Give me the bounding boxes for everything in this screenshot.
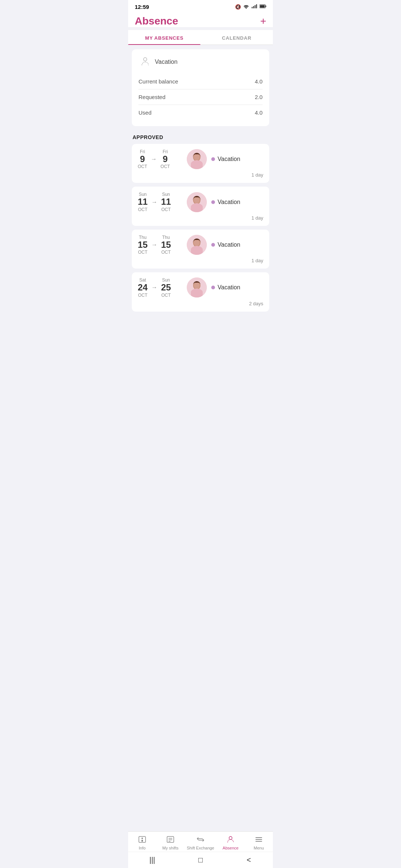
section-approved: APPROVED: [132, 133, 269, 144]
used-value: 4.0: [255, 109, 263, 116]
balance-card-header: Vacation: [138, 55, 263, 69]
absence-dot-2: [211, 243, 215, 247]
arrow-1: →: [151, 199, 157, 206]
mute-icon: 🔇: [235, 4, 241, 10]
svg-rect-6: [260, 5, 265, 8]
absence-type-label-0: Vacation: [218, 156, 240, 162]
balance-card-label: Vacation: [155, 59, 177, 65]
absence-type-label-2: Vacation: [218, 241, 240, 248]
current-balance-value: 4.0: [255, 78, 263, 85]
arrow-0: →: [151, 156, 157, 162]
page-title: Absence: [135, 15, 178, 27]
avatar-0: [187, 149, 207, 169]
current-balance-label: Current balance: [138, 78, 178, 85]
svg-rect-0: [252, 7, 252, 9]
vacation-icon: [138, 55, 152, 69]
arrow-3: →: [151, 284, 157, 291]
svg-rect-27: [191, 291, 203, 297]
status-time: 12:59: [135, 4, 149, 10]
absence-info-1: Vacation: [211, 199, 263, 206]
absence-info-2: Vacation: [211, 241, 263, 248]
absence-duration-2: 1 day: [251, 258, 263, 263]
svg-rect-1: [253, 6, 254, 8]
absence-info-3: Vacation: [211, 284, 263, 291]
absence-info-0: Vacation: [211, 156, 263, 162]
absence-card-2[interactable]: Thu 15 OCT → Thu 15 OCT: [132, 230, 269, 269]
balance-card: Vacation Current balance 4.0 Requested 2…: [132, 49, 269, 126]
absence-dot-0: [211, 157, 215, 161]
signal-icon: [251, 4, 257, 10]
wifi-icon: [243, 4, 249, 10]
absence-type-label-3: Vacation: [218, 284, 240, 291]
avatar-1: [187, 192, 207, 212]
svg-rect-17: [191, 206, 203, 212]
used-label: Used: [138, 109, 151, 116]
svg-rect-22: [191, 248, 203, 255]
date-range-3: Sat 24 OCT → Sun 25 OCT: [138, 277, 182, 297]
absence-duration-3: 2 days: [249, 301, 263, 306]
requested-value: 2.0: [255, 94, 263, 100]
arrow-2: →: [151, 241, 157, 248]
header: Absence +: [128, 11, 273, 27]
absence-duration-0: 1 day: [251, 172, 263, 178]
svg-point-15: [194, 197, 200, 204]
svg-rect-12: [191, 162, 203, 169]
date-range-1: Sun 11 OCT → Sun 11 OCT: [138, 192, 182, 212]
absence-card-3[interactable]: Sat 24 OCT → Sun 25 OCT: [132, 272, 269, 311]
status-icons: 🔇: [235, 4, 266, 10]
date-range-0: Fri 9 OCT → Fri 9 OCT: [138, 149, 182, 169]
svg-point-25: [194, 282, 200, 289]
avatar-3: [187, 277, 207, 297]
absence-type-label-1: Vacation: [218, 199, 240, 206]
date-range-2: Thu 15 OCT → Thu 15 OCT: [138, 235, 182, 255]
tab-calendar[interactable]: CALENDAR: [200, 30, 273, 45]
svg-rect-2: [255, 5, 255, 9]
requested-label: Requested: [138, 94, 166, 100]
absence-dot-3: [211, 286, 215, 289]
svg-rect-3: [256, 4, 257, 8]
absence-duration-1: 1 day: [251, 215, 263, 221]
absence-dot-1: [211, 200, 215, 204]
svg-point-7: [144, 57, 147, 61]
balance-row-used: Used 4.0: [138, 105, 263, 120]
balance-row-requested: Requested 2.0: [138, 89, 263, 105]
status-bar: 12:59 🔇: [128, 0, 273, 11]
tabs: MY ABSENCES CALENDAR: [128, 30, 273, 45]
content-area: Vacation Current balance 4.0 Requested 2…: [128, 45, 273, 357]
svg-point-20: [194, 240, 200, 246]
svg-rect-5: [265, 6, 266, 7]
absence-card-0[interactable]: Fri 9 OCT → Fri 9 OCT: [132, 144, 269, 183]
absence-card-1[interactable]: Sun 11 OCT → Sun 11 OCT: [132, 187, 269, 226]
tab-my-absences[interactable]: MY ABSENCES: [128, 30, 200, 45]
battery-icon: [260, 4, 266, 10]
avatar-2: [187, 235, 207, 255]
add-button[interactable]: +: [260, 16, 266, 26]
balance-row-current: Current balance 4.0: [138, 74, 263, 89]
svg-point-10: [194, 154, 200, 161]
